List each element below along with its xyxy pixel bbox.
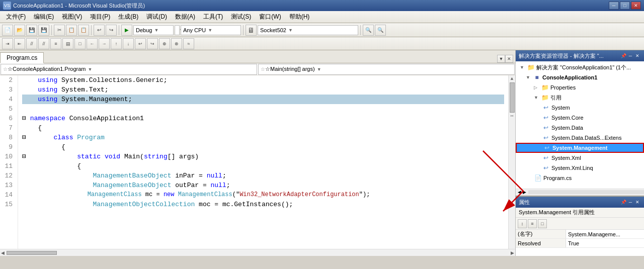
cut-btn[interactable]: ✂ <box>54 25 65 36</box>
separator4 <box>243 25 244 35</box>
vertical-scrollbar[interactable]: ▲ I <box>508 75 515 249</box>
find-btn[interactable]: 🔍 <box>363 25 374 36</box>
tree-system-management[interactable]: ↩ System.Management <box>516 143 644 153</box>
arrow-btn4[interactable]: ↓ <box>123 38 134 49</box>
minimize-panel-btn[interactable]: ─ <box>627 52 634 59</box>
undo-btn[interactable]: ↩ <box>94 25 105 36</box>
misc-btn3[interactable]: ≈ <box>183 38 194 49</box>
h-scroll-track-tree[interactable] <box>528 190 644 194</box>
tree-system-core[interactable]: ↩ System.Core <box>516 113 644 123</box>
props-misc-btn[interactable]: □ <box>538 219 547 228</box>
tree-project[interactable]: ▼ ■ ConsoleApplication1 <box>516 72 644 82</box>
close-panel-btn[interactable]: ✕ <box>634 52 641 59</box>
arrow-btn1[interactable]: ← <box>87 38 98 49</box>
menu-help[interactable]: 帮助(H) <box>285 12 314 22</box>
props-row-resolved: Resolved True <box>516 239 644 248</box>
minimize-button[interactable]: ─ <box>609 2 619 10</box>
code-editor[interactable]: 2 3 4 5 6 7 8 9 10 11 12 13 14 15 using … <box>0 75 515 249</box>
title-text: ConsoleApplication1 - Microsoft Visual S… <box>13 2 609 10</box>
nav-bar: ☆ ☆ConsoleApplication1.Program ▼ ☆ ☆Main… <box>0 63 515 75</box>
props-close-btn[interactable]: ✕ <box>634 199 641 206</box>
platform-dropdown[interactable]: Any CPU▼ <box>181 25 241 35</box>
run-btn[interactable]: ▶ <box>121 25 132 36</box>
save-all-btn[interactable]: 💾 <box>38 25 49 36</box>
properties-subtitle: System.Management 引用属性 <box>516 208 644 218</box>
tree-system-xml-linq[interactable]: ↩ System.Xml.Linq <box>516 163 644 173</box>
debug-arrow[interactable]: ▼ <box>175 25 180 35</box>
save-btn[interactable]: 💾 <box>26 25 37 36</box>
props-sort-btn[interactable]: ↕ <box>518 219 527 228</box>
maximize-button[interactable]: □ <box>620 2 630 10</box>
horizontal-scrollbar[interactable]: ◀ ▶ <box>0 249 515 256</box>
menu-window[interactable]: 窗口(W) <box>255 12 285 22</box>
tree-program-cs[interactable]: 📄 Program.cs <box>516 173 644 183</box>
arrow-btn2[interactable]: → <box>99 38 110 49</box>
paste-btn[interactable]: 📋 <box>78 25 89 36</box>
h-scroll-track[interactable] <box>7 251 509 255</box>
code-line-7: { <box>22 123 504 133</box>
tree-system[interactable]: ↩ System <box>516 103 644 113</box>
tab-program-cs[interactable]: Program.cs <box>0 52 44 63</box>
tree-scrollbar[interactable]: ◀ ▶ <box>516 189 644 196</box>
scroll-label: I <box>510 115 514 117</box>
search-btn2[interactable]: 🔍 <box>375 25 386 36</box>
new-project-btn[interactable]: 📄 <box>2 25 13 36</box>
misc-btn1[interactable]: ⊕ <box>159 38 170 49</box>
references-icon: 📁 <box>541 94 549 102</box>
uncomment-btn[interactable]: // <box>38 38 49 49</box>
close-button[interactable]: ✕ <box>631 2 641 10</box>
tab-bar: Program.cs ▼ ✕ <box>0 50 515 63</box>
props-minimize-btn[interactable]: ─ <box>627 199 634 206</box>
code-line-2: using System.Collections.Generic; <box>22 75 504 85</box>
tree-solution[interactable]: ▼ 📁 解决方案 "ConsoleApplication1" (1个... <box>516 62 644 72</box>
project-dropdown[interactable]: Socket502▼ <box>258 25 358 35</box>
props-pin-btn[interactable]: 📌 <box>620 199 627 206</box>
arrow-btn6[interactable]: ↪ <box>147 38 158 49</box>
redo-btn[interactable]: ↪ <box>106 25 117 36</box>
scroll-up-btn[interactable]: ▲ <box>511 76 513 81</box>
scroll-track[interactable]: ◀ ▶ <box>516 190 528 195</box>
scroll-left-btn[interactable]: ◀ <box>0 250 6 255</box>
scroll-right-btn[interactable]: ▶ <box>510 250 515 255</box>
menu-data[interactable]: 数据(A) <box>171 12 199 22</box>
code-line-4: using System.Management; <box>22 95 504 104</box>
indent-btn1[interactable]: ⇥ <box>2 38 13 49</box>
method-nav[interactable]: ☆ ☆Main(string[] args) ▼ <box>258 64 515 75</box>
misc-btn2[interactable]: ⊗ <box>171 38 182 49</box>
tree-properties[interactable]: ▷ 📁 Properties <box>516 82 644 93</box>
menu-view[interactable]: 视图(V) <box>58 12 86 22</box>
tree-system-xml[interactable]: ↩ System.Xml <box>516 153 644 163</box>
scroll-thumb[interactable] <box>510 82 515 113</box>
arrow-btn5[interactable]: ↩ <box>135 38 146 49</box>
menu-project[interactable]: 项目(P) <box>86 12 114 22</box>
open-btn[interactable]: 📂 <box>14 25 25 36</box>
indent-btn2[interactable]: ⇤ <box>14 38 25 49</box>
h-scroll-thumb[interactable] <box>7 251 57 255</box>
copy-btn[interactable]: 📋 <box>66 25 77 36</box>
tree-system-data[interactable]: ↩ System.Data <box>516 123 644 133</box>
title-bar: VS ConsoleApplication1 - Microsoft Visua… <box>0 0 644 11</box>
comment-btn[interactable]: // <box>26 38 37 49</box>
pin-btn[interactable]: 📌 <box>620 52 627 59</box>
menu-tools[interactable]: 工具(T) <box>199 12 227 22</box>
properties-table: (名字) System.Manageme... Resolved True <box>516 230 644 256</box>
tree-system-data-ext[interactable]: ↩ System.Data.DataS...Extensio... <box>516 133 644 143</box>
menu-file[interactable]: 文件(F) <box>2 12 30 22</box>
class-nav[interactable]: ☆ ☆ConsoleApplication1.Program ▼ <box>1 64 257 75</box>
format-btn2[interactable]: ▤ <box>62 38 73 49</box>
debug-dropdown[interactable]: Debug▼ <box>133 25 174 35</box>
menu-build[interactable]: 生成(B) <box>114 12 142 22</box>
arrow-btn3[interactable]: ↑ <box>111 38 122 49</box>
box-btn[interactable]: □ <box>74 38 86 49</box>
menu-test[interactable]: 测试(S) <box>227 12 255 22</box>
menu-edit[interactable]: 编辑(E) <box>30 12 58 22</box>
tree-references[interactable]: ▼ 📁 引用 <box>516 93 644 103</box>
props-val-name: System.Manageme... <box>566 230 644 238</box>
menu-debug[interactable]: 调试(D) <box>142 12 171 22</box>
code-text[interactable]: using System.Collections.Generic; using … <box>18 75 508 249</box>
tab-list-btn[interactable]: ▼ <box>497 55 505 63</box>
solution-tree[interactable]: ▼ 📁 解决方案 "ConsoleApplication1" (1个... ▼ … <box>516 61 644 189</box>
props-cat-btn[interactable]: ≡ <box>528 219 537 228</box>
close-tab-btn[interactable]: ✕ <box>505 55 513 63</box>
format-btn1[interactable]: ≡ <box>50 38 61 49</box>
